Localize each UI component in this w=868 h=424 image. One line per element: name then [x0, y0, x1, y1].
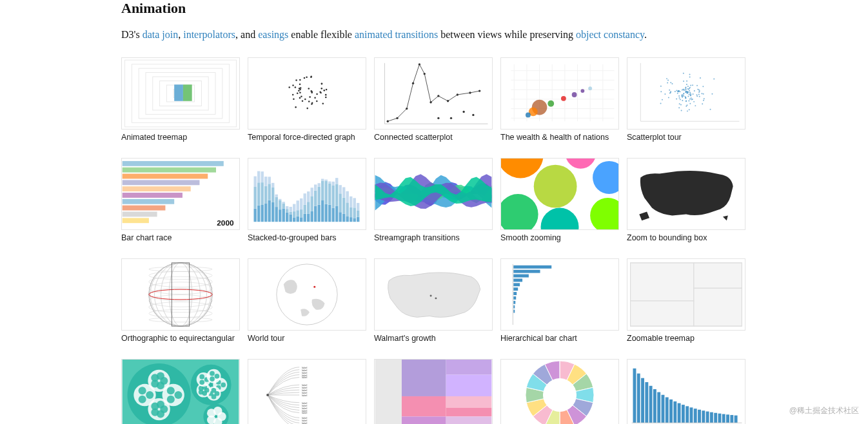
- svg-point-40: [299, 88, 301, 90]
- svg-rect-451: [637, 373, 640, 423]
- svg-point-330: [149, 263, 212, 326]
- svg-rect-293: [328, 181, 331, 183]
- example-thumbnail[interactable]: [121, 57, 240, 130]
- example-thumbnail[interactable]: [374, 57, 493, 130]
- svg-point-70: [472, 114, 474, 116]
- svg-point-183: [698, 89, 700, 90]
- svg-rect-311: [350, 197, 352, 207]
- example-thumbnail[interactable]: [248, 258, 366, 331]
- example-thumbnail[interactable]: [121, 258, 240, 331]
- example-thumbnail[interactable]: [500, 57, 619, 130]
- example-card[interactable]: Smooth zooming: [500, 158, 619, 243]
- svg-point-327: [161, 263, 200, 326]
- svg-point-142: [667, 79, 669, 81]
- svg-point-388: [157, 372, 164, 380]
- link-animated-transitions[interactable]: animated transitions: [355, 29, 438, 40]
- svg-rect-354: [513, 278, 522, 282]
- example-card[interactable]: Walmart's growth: [374, 258, 493, 343]
- svg-rect-301: [339, 193, 342, 212]
- example-card[interactable]: Streamgraph transitions: [374, 158, 493, 243]
- example-thumbnail[interactable]: [500, 359, 619, 424]
- svg-rect-277: [311, 196, 313, 211]
- svg-rect-283: [318, 187, 321, 205]
- example-card[interactable]: Hierarchical bar chart: [500, 258, 619, 343]
- example-card[interactable]: Scatterplot tour: [627, 57, 745, 142]
- svg-point-159: [684, 95, 685, 97]
- link-interpolators[interactable]: interpolators: [183, 29, 235, 40]
- example-card[interactable]: The wealth & health of nations: [500, 57, 619, 142]
- svg-rect-244: [271, 188, 274, 202]
- svg-point-165: [660, 102, 662, 104]
- example-thumbnail[interactable]: 2000: [121, 158, 240, 230]
- example-thumbnail[interactable]: [374, 258, 493, 331]
- example-card[interactable]: Temporal force-directed graph: [248, 57, 366, 142]
- svg-point-60: [412, 82, 414, 84]
- example-card[interactable]: Stacked-to-grouped bars: [248, 158, 366, 243]
- example-thumbnail[interactable]: [500, 158, 619, 230]
- svg-rect-246: [275, 207, 278, 222]
- example-card[interactable]: Animated treemap: [121, 57, 240, 142]
- example-caption: Scatterplot tour: [627, 133, 745, 142]
- svg-rect-456: [657, 392, 660, 423]
- svg-point-188: [682, 95, 683, 97]
- example-thumbnail[interactable]: [121, 359, 240, 424]
- svg-rect-313: [353, 207, 356, 218]
- svg-point-35: [299, 79, 301, 81]
- svg-point-151: [698, 93, 700, 95]
- example-thumbnail[interactable]: [500, 258, 619, 331]
- link-easings[interactable]: easings: [258, 29, 288, 40]
- example-card[interactable]: Orthographic to equirectangular: [121, 258, 240, 343]
- svg-point-93: [526, 112, 531, 117]
- example-card[interactable]: World tour: [248, 258, 366, 343]
- svg-rect-454: [649, 386, 653, 423]
- example-card[interactable]: Zoomable icicle: [374, 359, 493, 424]
- svg-rect-247: [275, 197, 278, 206]
- svg-rect-360: [513, 305, 515, 308]
- svg-point-72: [437, 117, 439, 119]
- example-thumbnail[interactable]: [627, 57, 745, 130]
- svg-point-322: [593, 161, 618, 194]
- svg-rect-475: [735, 415, 738, 423]
- example-card[interactable]: labellabellabellabellabellabellabellabel…: [248, 359, 366, 424]
- example-thumbnail[interactable]: [374, 158, 493, 230]
- svg-point-182: [710, 109, 711, 110]
- link-object-constancy[interactable]: object constancy: [576, 29, 644, 40]
- example-card[interactable]: Zoomable sunburst: [500, 359, 619, 424]
- svg-point-344: [149, 289, 212, 300]
- example-card[interactable]: Zoomable treemap: [627, 258, 745, 343]
- example-thumbnail[interactable]: [627, 359, 745, 424]
- svg-rect-447: [446, 407, 492, 416]
- example-thumbnail[interactable]: [374, 359, 493, 424]
- svg-point-59: [406, 108, 408, 110]
- example-card[interactable]: 2000Bar chart race: [121, 158, 240, 243]
- example-thumbnail[interactable]: [627, 258, 745, 331]
- example-thumbnail[interactable]: [248, 57, 366, 130]
- svg-point-41: [302, 100, 304, 102]
- svg-rect-9: [183, 84, 192, 101]
- svg-rect-307: [346, 202, 349, 217]
- svg-rect-353: [513, 274, 529, 277]
- svg-rect-269: [300, 198, 302, 209]
- svg-point-57: [387, 120, 389, 122]
- svg-rect-316: [357, 210, 359, 217]
- svg-rect-242: [268, 177, 271, 184]
- example-caption: Connected scatterplot: [374, 133, 493, 142]
- svg-point-380: [146, 391, 153, 399]
- svg-rect-452: [641, 378, 644, 423]
- example-caption: Bar chart race: [121, 233, 240, 243]
- example-thumbnail[interactable]: labellabellabellabellabellabellabellabel…: [248, 359, 366, 424]
- svg-point-101: [699, 96, 700, 97]
- svg-rect-463: [686, 406, 689, 423]
- svg-rect-440: [375, 360, 402, 424]
- svg-point-112: [700, 77, 701, 79]
- link-data-join[interactable]: data join: [143, 29, 179, 40]
- example-card[interactable]: Zoomable circle packing: [121, 359, 240, 424]
- example-thumbnail[interactable]: [248, 158, 366, 230]
- svg-rect-280: [314, 190, 317, 206]
- svg-rect-228: [254, 209, 257, 222]
- example-card[interactable]: Zoom to bounding box: [627, 158, 745, 243]
- example-thumbnail[interactable]: [627, 158, 745, 230]
- example-card[interactable]: Sortable bar chart: [627, 359, 745, 424]
- example-card[interactable]: Connected scatterplot: [374, 57, 493, 142]
- svg-point-118: [678, 95, 680, 97]
